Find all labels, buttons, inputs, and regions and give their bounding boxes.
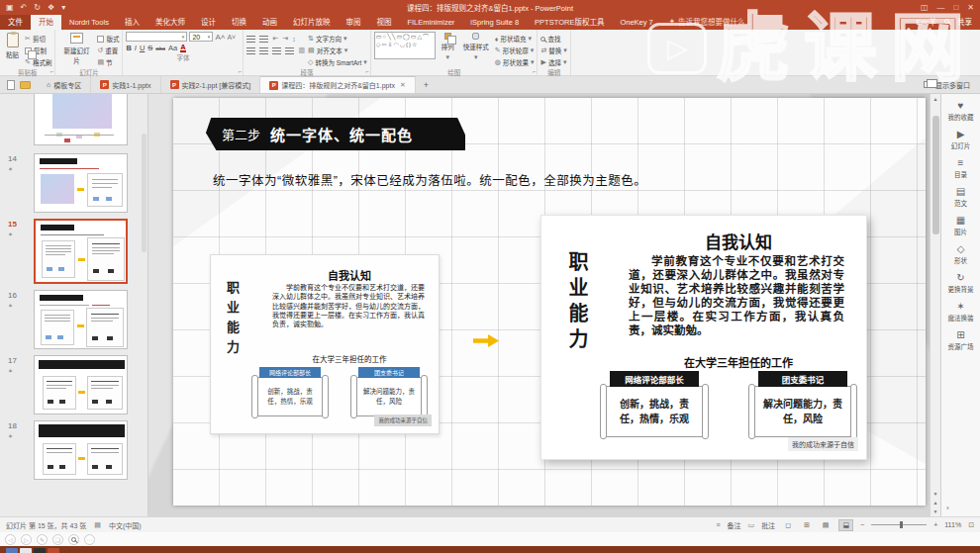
line-spacing-icon[interactable]: ↕ — [292, 36, 296, 43]
tab-fileminimizer[interactable]: FILEminimizer — [399, 16, 462, 30]
tell-me-box[interactable]: ✦告诉我您想要做什么... — [661, 16, 759, 30]
player-search-button[interactable] — [68, 534, 79, 545]
close-icon[interactable]: ✕ — [967, 3, 974, 12]
sidebar-item-sample-text[interactable]: ▤范文 — [954, 186, 967, 208]
sidebar-item-catalog[interactable]: ≡目录 — [954, 157, 967, 179]
zoom-level[interactable]: 111% — [944, 521, 961, 528]
find-button[interactable]: 查找 — [540, 34, 566, 44]
clear-format-button[interactable]: abc — [155, 46, 165, 51]
tab-pptstore[interactable]: PPTSTORE版权工具 — [527, 14, 612, 30]
tab-onekey[interactable]: OneKey 7 — [612, 16, 660, 30]
tab-ispring[interactable]: iSpring Suite 8 — [462, 16, 527, 30]
tab-animations[interactable]: 动画 — [254, 14, 285, 30]
columns-icon[interactable]: ▥ — [298, 46, 305, 54]
doc-tab-current[interactable]: P 课程四：排版规则之对齐&留白1.pptx ✕ — [260, 76, 416, 93]
thumbnail-item-13[interactable] — [8, 94, 142, 147]
dialog-launcher-icon[interactable]: ⌐ — [50, 68, 54, 74]
share-button[interactable]: 共享 — [957, 16, 972, 27]
scrollbar-thumb[interactable] — [932, 116, 939, 234]
sidebar-item-pictures[interactable]: ▦图片 — [954, 215, 967, 236]
sidebar-item-shapes[interactable]: ◇形状 — [954, 243, 967, 265]
shape-effects-button[interactable]: ◍形状效果▾ — [495, 57, 535, 67]
layout-button[interactable]: 版式 — [97, 34, 119, 44]
slide-sorter-button[interactable]: ⊞ — [801, 520, 813, 530]
dialog-launcher-icon[interactable]: ⌐ — [365, 68, 369, 74]
underline-button[interactable]: U — [140, 44, 145, 52]
text-direction-button[interactable]: ⇅文字方向▾ — [308, 34, 367, 44]
zoom-in-button[interactable]: + — [933, 521, 937, 528]
previous-slide-icon[interactable]: ▲ — [933, 500, 938, 506]
scroll-up-icon[interactable]: ▲ — [933, 96, 938, 102]
replace-button[interactable]: ⇄替换▾ — [540, 46, 566, 55]
search-icon[interactable] — [944, 19, 949, 24]
align-text-button[interactable]: ▤对齐文本▾ — [308, 46, 367, 55]
slide-lead-text[interactable]: 统一字体为“微软雅黑”，宋体已经成为落伍啦。统一配色，全部换为主题色。 — [213, 170, 646, 189]
quick-styles-button[interactable]: 快速样式▾ — [460, 32, 492, 62]
scroll-down-icon[interactable]: ▼ — [933, 491, 938, 497]
shape-outline-button[interactable]: ✎形状轮廓▾ — [495, 46, 535, 55]
player-more-button[interactable]: ⋯ — [84, 534, 95, 545]
player-back-button[interactable]: ◁ — [5, 534, 16, 545]
thumbnail-item-14[interactable]: 14✶ — [8, 153, 142, 213]
ribbon-options-icon[interactable]: ◫ — [921, 3, 929, 12]
zoom-slider-knob[interactable] — [900, 521, 903, 528]
show-windows-button[interactable]: 显示多窗口 — [924, 76, 980, 93]
font-color-button[interactable]: A — [180, 44, 185, 52]
zoom-slider[interactable] — [871, 524, 927, 525]
thumbnail-item-15-selected[interactable]: 15✶ — [8, 219, 142, 284]
thumbnail-item-18[interactable]: 18✶ — [8, 420, 142, 480]
fit-to-window-icon[interactable]: ⊡ — [968, 521, 974, 529]
justify-icon[interactable] — [285, 47, 294, 54]
before-example-card[interactable]: 职业能力 自我认知 学前教育这个专业不仅要和艺术打交道，还要深入幼儿群体之中。我… — [210, 254, 440, 434]
font-name-combo[interactable]: ▾ — [126, 32, 187, 42]
tab-slideshow[interactable]: 幻灯片放映 — [285, 14, 339, 30]
player-forward-button[interactable]: ▷ — [21, 534, 32, 545]
shape-fill-button[interactable]: ♦形状填充▾ — [495, 34, 535, 44]
normal-view-button[interactable]: ◻ — [782, 520, 794, 530]
video-progress-bar[interactable] — [0, 546, 980, 553]
reading-view-button[interactable]: ▤ — [820, 520, 833, 530]
dialog-launcher-icon[interactable]: ⌐ — [533, 68, 537, 74]
reset-button[interactable]: ↺重置 — [97, 46, 119, 55]
after-example-card[interactable]: 职业能力 自我认知 学前教育这个专业不仅要和艺术打交道，还要深入幼儿群体之中。我… — [540, 215, 867, 460]
smartart-button[interactable]: ◇转换为 SmartArt▾ — [308, 57, 367, 67]
change-case-button[interactable]: Aa — [168, 44, 177, 52]
new-document-icon[interactable] — [7, 80, 15, 90]
spellcheck-icon[interactable]: ▤ — [94, 521, 101, 529]
tab-file[interactable]: 文件 — [0, 14, 31, 30]
align-right-icon[interactable] — [272, 47, 281, 54]
new-slide-button[interactable]: 新建幻灯片 — [58, 32, 94, 66]
notes-button[interactable]: 备注 — [728, 520, 741, 530]
sidebar-item-resource-plaza[interactable]: ⊞资源广场 — [948, 329, 974, 351]
shrink-font-icon[interactable]: A˅ — [227, 34, 236, 41]
sidebar-item-magic-dress[interactable]: ✶魔法换装 — [948, 301, 974, 323]
canvas-scrollbar[interactable]: ▲ ▼ ▲ ▼ — [930, 94, 940, 516]
thumbnail-item-17[interactable]: 17✶ — [8, 355, 142, 415]
tab-home[interactable]: 开始 — [31, 14, 61, 30]
tab-insert[interactable]: 插入 — [117, 14, 147, 30]
font-size-combo[interactable]: 20▾ — [189, 32, 213, 42]
strikethrough-button[interactable]: S — [147, 44, 152, 52]
tab-meihua[interactable]: 美化大师 — [147, 14, 193, 30]
language-indicator[interactable]: 中文(中国) — [109, 520, 142, 530]
select-button[interactable]: ▶选择▾ — [540, 57, 566, 67]
format-painter-button[interactable]: ✎格式刷 — [25, 57, 51, 67]
tab-design[interactable]: 设计 — [193, 14, 224, 30]
slide-editing-surface[interactable]: 第二步 统一字体、统一配色 统一字体为“微软雅黑”，宋体已经成为落伍啦。统一配色… — [173, 98, 926, 506]
indent-left-icon[interactable]: ⇤ — [272, 35, 278, 43]
align-left-icon[interactable] — [246, 47, 255, 54]
open-folder-icon[interactable] — [20, 81, 31, 89]
italic-button[interactable]: I — [135, 44, 137, 52]
user-name[interactable]: Eric羊 — [917, 16, 936, 27]
thumbnail-scrollbar[interactable] — [142, 134, 147, 252]
zoom-out-button[interactable]: − — [860, 521, 864, 528]
next-slide-icon[interactable]: ▼ — [933, 508, 938, 514]
tab-transitions[interactable]: 切换 — [224, 14, 254, 30]
tab-view[interactable]: 视图 — [368, 14, 399, 30]
bold-button[interactable]: B — [126, 44, 131, 52]
comments-button[interactable]: 批注 — [761, 520, 775, 530]
indent-right-icon[interactable]: ⇥ — [282, 35, 288, 43]
numbering-icon[interactable] — [259, 36, 268, 43]
dialog-launcher-icon[interactable]: ⌐ — [239, 68, 243, 74]
restore-icon[interactable]: □ — [953, 3, 958, 12]
